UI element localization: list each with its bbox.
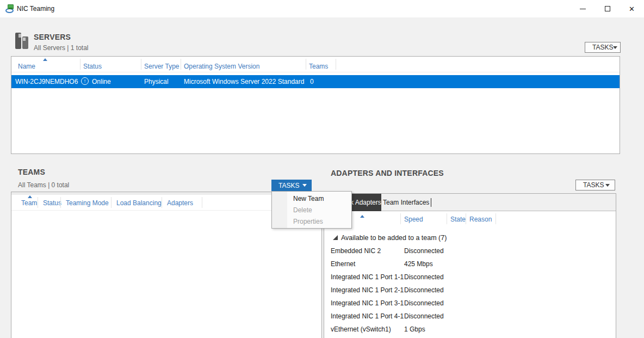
- adapter-speed: Disconnected: [404, 297, 444, 310]
- teams-tasks-button[interactable]: TASKS: [271, 180, 312, 191]
- column-header-server-type[interactable]: Server Type: [144, 61, 179, 72]
- adapter-name: Integrated NIC 1 Port 1-1: [331, 271, 404, 284]
- servers-section-title: SERVERS: [34, 33, 71, 41]
- menu-item-new-team[interactable]: New Team: [272, 193, 351, 205]
- column-header-adapters[interactable]: Adapters: [167, 198, 193, 208]
- table-row-adapter[interactable]: Integrated NIC 1 Port 2-1 Disconnected: [324, 284, 616, 297]
- column-separator: [466, 213, 466, 224]
- server-status-cell: Online: [92, 75, 111, 88]
- server-teams-cell: 0: [310, 75, 314, 88]
- minimize-button[interactable]: [571, 0, 595, 17]
- maximize-icon: [605, 6, 610, 11]
- column-separator: [496, 213, 496, 224]
- server-name-cell: WIN-2CJ9NEMDHO6: [15, 75, 78, 88]
- adapters-panel: Network Adapters Team Interfaces Speed S…: [324, 193, 616, 338]
- table-row-server[interactable]: WIN-2CJ9NEMDHO6 Online Physical Microsof…: [11, 75, 620, 88]
- nic-teaming-window: NIC Teaming ✕ SERVERS All Servers | 1 to…: [0, 0, 644, 338]
- title-bar: NIC Teaming ✕: [0, 0, 644, 17]
- adapter-speed: 425 Mbps: [404, 257, 433, 271]
- tab-strip: Network Adapters Team Interfaces: [324, 194, 616, 211]
- maximize-button[interactable]: [595, 0, 620, 17]
- adapter-speed: Disconnected: [404, 271, 444, 284]
- adapter-speed: Disconnected: [404, 284, 444, 297]
- servers-section-subtitle: All Servers | 1 total: [34, 44, 89, 52]
- teams-section-subtitle: All Teams | 0 total: [18, 181, 69, 189]
- column-header-name[interactable]: Name: [18, 61, 35, 72]
- adapter-speed: Disconnected: [404, 310, 444, 323]
- group-label: Available to be added to a team (7): [341, 231, 447, 244]
- chevron-down-icon: [605, 184, 610, 187]
- servers-tasks-button[interactable]: TASKS: [585, 42, 621, 53]
- adapter-group-header[interactable]: Available to be added to a team (7): [324, 231, 616, 244]
- adapter-name: Integrated NIC 1 Port 3-1: [331, 297, 404, 310]
- table-row-adapter[interactable]: Embedded NIC 2 Disconnected: [324, 244, 616, 257]
- column-header-status[interactable]: Status: [43, 198, 61, 208]
- table-row-adapter[interactable]: Integrated NIC 1 Port 4-1 Disconnected: [324, 310, 616, 323]
- column-header-teaming-mode[interactable]: Teaming Mode: [66, 198, 109, 208]
- column-header-status[interactable]: Status: [83, 61, 102, 72]
- chevron-down-icon: [302, 184, 307, 187]
- teams-tasks-label: TASKS: [271, 182, 299, 189]
- window-title: NIC Teaming: [17, 0, 54, 17]
- teams-tasks-menu: New Team Delete Properties: [271, 191, 352, 229]
- column-separator: [80, 59, 81, 70]
- column-separator: [400, 213, 401, 224]
- menu-item-delete: Delete: [272, 205, 351, 216]
- up-arrow-circle-icon: [81, 77, 89, 85]
- column-separator: [181, 59, 181, 70]
- group-expanded-icon: [333, 235, 338, 240]
- server-type-cell: Physical: [144, 75, 169, 88]
- table-row-adapter[interactable]: Ethernet 425 Mbps: [324, 257, 616, 271]
- table-row-adapter[interactable]: Integrated NIC 1 Port 1-1 Disconnected: [324, 271, 616, 284]
- minimize-icon: [580, 9, 586, 9]
- text-cursor: [431, 198, 431, 207]
- adapter-name: Ethernet: [331, 257, 355, 271]
- close-icon: ✕: [629, 5, 635, 13]
- column-header-os-version[interactable]: Operating System Version: [184, 61, 259, 72]
- column-separator: [162, 197, 162, 208]
- servers-table: Name Status Server Type Operating System…: [11, 56, 620, 154]
- adapters-tasks-label: TASKS: [576, 181, 604, 189]
- close-button[interactable]: ✕: [620, 0, 644, 17]
- adapter-speed: 1 Gbps: [404, 323, 425, 336]
- table-row-adapter[interactable]: vEthernet (vSwitch1) 1 Gbps: [324, 323, 616, 336]
- header-divider: [11, 72, 620, 72]
- nic-teaming-app-icon: [5, 4, 16, 13]
- column-separator: [306, 59, 306, 70]
- adapter-speed: Disconnected: [404, 244, 444, 257]
- servers-tasks-label: TASKS: [585, 44, 613, 51]
- adapters-section-title: ADAPTERS AND INTERFACES: [331, 169, 444, 177]
- column-separator: [141, 59, 141, 70]
- table-row-adapter[interactable]: Integrated NIC 1 Port 3-1 Disconnected: [324, 297, 616, 310]
- adapters-tasks-button[interactable]: TASKS: [575, 180, 615, 190]
- column-separator: [336, 59, 336, 70]
- column-separator: [38, 197, 38, 208]
- column-header-reason[interactable]: Reason: [469, 214, 492, 225]
- column-header-load-balancing[interactable]: Load Balancing: [116, 198, 162, 208]
- adapters-table-header: Speed State Reason: [324, 211, 616, 226]
- adapter-name: Embedded NIC 2: [331, 244, 381, 257]
- sort-ascending-icon: [43, 58, 47, 61]
- column-separator: [202, 197, 202, 208]
- menu-item-properties: Properties: [272, 216, 351, 228]
- column-header-state[interactable]: State: [450, 214, 466, 225]
- window-controls: ✕: [571, 0, 644, 17]
- teams-section-title: TEAMS: [18, 168, 45, 176]
- column-separator: [60, 197, 61, 208]
- server-os-cell: Microsoft Windows Server 2022 Standard: [184, 75, 304, 88]
- chevron-down-icon: [613, 46, 617, 49]
- column-separator: [111, 197, 112, 208]
- column-header-team[interactable]: Team: [21, 198, 37, 208]
- servers-icon: [15, 33, 29, 50]
- column-header-speed[interactable]: Speed: [404, 214, 423, 225]
- column-header-teams[interactable]: Teams: [309, 61, 328, 72]
- tab-team-interfaces[interactable]: Team Interfaces: [381, 194, 429, 211]
- adapter-name: Integrated NIC 1 Port 4-1: [331, 310, 404, 323]
- adapter-name: vEthernet (vSwitch1): [331, 323, 391, 336]
- adapter-name: Integrated NIC 1 Port 2-1: [331, 284, 404, 297]
- sort-ascending-icon: [360, 215, 364, 218]
- column-separator: [447, 213, 447, 224]
